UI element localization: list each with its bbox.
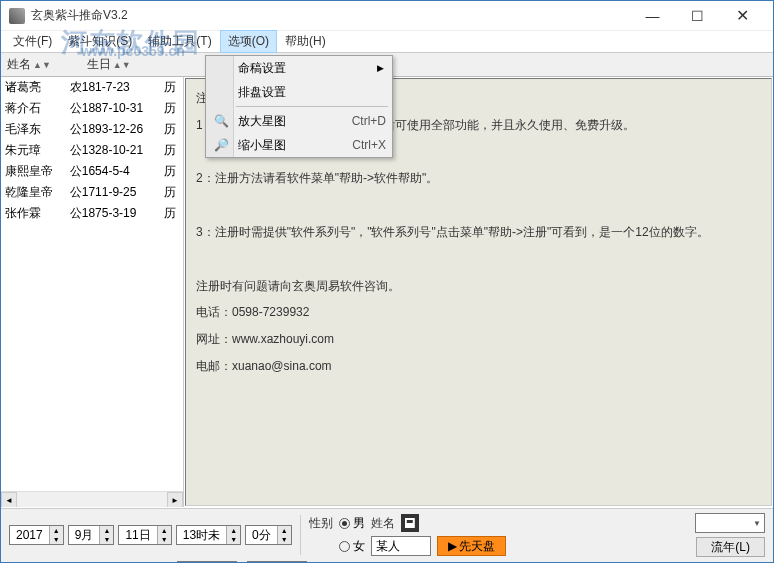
table-row[interactable]: 朱元璋公1328-10-21历 xyxy=(1,140,183,161)
menu-item[interactable]: 🔍放大星图Ctrl+D xyxy=(206,109,392,133)
zoom-in-icon: 🔍 xyxy=(212,112,230,130)
menu-options[interactable]: 选项(O) xyxy=(220,30,277,53)
menu-file[interactable]: 文件(F) xyxy=(5,30,60,53)
sort-icon: ▲▼ xyxy=(113,60,131,70)
menu-item[interactable]: 排盘设置 xyxy=(206,80,392,104)
menu-help[interactable]: 帮助(H) xyxy=(277,30,334,53)
table-row[interactable]: 毛泽东公1893-12-26历 xyxy=(1,119,183,140)
close-button[interactable]: ✕ xyxy=(720,1,765,31)
minute-spinner[interactable]: 0分▲▼ xyxy=(245,525,292,545)
scroll-left-icon[interactable]: ◄ xyxy=(1,492,17,507)
sort-icon: ▲▼ xyxy=(33,60,51,70)
minimize-button[interactable]: — xyxy=(630,1,675,31)
name-label: 姓名 xyxy=(371,515,395,532)
content-line: 网址：www.xazhouyi.com xyxy=(196,328,761,351)
col-header-name[interactable]: 姓名▲▼ xyxy=(7,56,51,73)
day-spinner[interactable]: 11日▲▼ xyxy=(118,525,171,545)
menu-knowledge[interactable]: 紫斗知识(S) xyxy=(60,30,140,53)
maximize-button[interactable]: ☐ xyxy=(675,1,720,31)
col-header-birthday[interactable]: 生日▲▼ xyxy=(87,56,131,73)
zoom-out-icon: 🔎 xyxy=(212,136,230,154)
app-icon xyxy=(9,8,25,24)
table-row[interactable]: 康熙皇帝公1654-5-4历 xyxy=(1,161,183,182)
table-row[interactable]: 诸葛亮农181-7-23历 xyxy=(1,77,183,98)
table-row[interactable]: 蒋介石公1887-10-31历 xyxy=(1,98,183,119)
menu-item[interactable]: 命稿设置▶ xyxy=(206,56,392,80)
name-input[interactable]: 某人 xyxy=(371,536,431,556)
chart-button[interactable]: ▶ 先天盘 xyxy=(437,536,506,556)
extra-select[interactable] xyxy=(695,513,765,533)
table-row[interactable]: 张作霖公1875-3-19历 xyxy=(1,203,183,224)
radio-male[interactable]: 男 xyxy=(339,515,365,532)
scroll-right-icon[interactable]: ► xyxy=(167,492,183,507)
hour-spinner[interactable]: 13时未▲▼ xyxy=(176,525,241,545)
content-line: 2：注册方法请看软件菜单"帮助->软件帮助"。 xyxy=(196,167,761,190)
people-list: 诸葛亮农181-7-23历蒋介石公1887-10-31历毛泽东公1893-12-… xyxy=(1,77,184,507)
content-line: 3：注册时需提供"软件系列号"，"软件系列号"点击菜单"帮助->注册"可看到，是… xyxy=(196,221,761,244)
year-spinner[interactable]: 2017▲▼ xyxy=(9,525,64,545)
menu-item[interactable]: 🔎缩小星图Ctrl+X xyxy=(206,133,392,157)
content-line: 注册时有问题请向玄奥周易软件咨询。 xyxy=(196,275,761,298)
horizontal-scrollbar[interactable]: ◄ ► xyxy=(1,491,183,507)
year-flow-button[interactable]: 流年(L) xyxy=(696,537,765,557)
window-title: 玄奥紫斗推命V3.2 xyxy=(31,7,128,24)
save-icon[interactable] xyxy=(401,514,419,532)
month-spinner[interactable]: 9月▲▼ xyxy=(68,525,115,545)
table-row[interactable]: 乾隆皇帝公1711-9-25历 xyxy=(1,182,183,203)
content-line: 电邮：xuanao@sina.com xyxy=(196,355,761,378)
sex-label: 性别 xyxy=(309,515,333,532)
options-dropdown: 命稿设置▶排盘设置🔍放大星图Ctrl+D🔎缩小星图Ctrl+X xyxy=(205,55,393,158)
radio-female[interactable]: 女 xyxy=(339,538,365,555)
content-line: 电话：0598-7239932 xyxy=(196,301,761,324)
menu-tools[interactable]: 辅助工具(T) xyxy=(140,30,219,53)
